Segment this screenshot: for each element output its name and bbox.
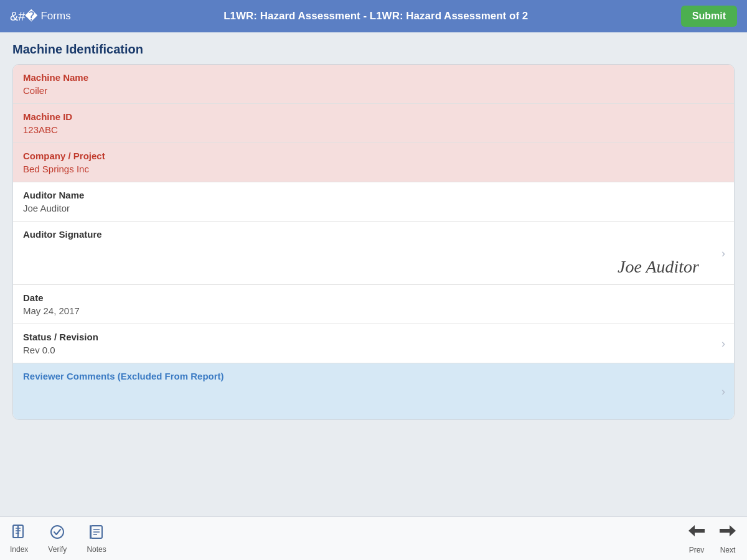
notes-tab-label: Notes bbox=[87, 545, 106, 554]
tab-bar: Index Verify Notes bbox=[0, 516, 747, 560]
next-button[interactable]: Next bbox=[718, 523, 737, 554]
tab-verify[interactable]: Verify bbox=[48, 524, 67, 554]
signature-chevron-right-icon: › bbox=[721, 246, 725, 259]
tab-bar-left: Index Verify Notes bbox=[10, 524, 106, 554]
verify-tab-label: Verify bbox=[48, 545, 67, 554]
page-title: L1WR: Hazard Assessment - L1WR: Hazard A… bbox=[71, 10, 681, 22]
machine-id-value: 123ABC bbox=[23, 124, 724, 135]
prev-arrow-icon bbox=[687, 523, 706, 543]
reviewer-comments-label: Reviewer Comments (Excluded From Report) bbox=[23, 371, 724, 381]
status-revision-value: Rev 0.0 bbox=[23, 345, 724, 355]
svg-marker-13 bbox=[730, 525, 736, 536]
machine-name-value: Coiler bbox=[23, 85, 724, 96]
date-row[interactable]: Date May 24, 2017 bbox=[13, 285, 734, 324]
app-header: &#� Forms L1WR: Hazard Assessment - L1WR… bbox=[0, 0, 747, 32]
auditor-name-label: Auditor Name bbox=[23, 190, 724, 200]
index-tab-label: Index bbox=[10, 545, 28, 554]
chevron-left-icon: &#� bbox=[10, 9, 38, 24]
svg-rect-14 bbox=[720, 529, 730, 533]
signature-text: Joe Auditor bbox=[618, 257, 699, 277]
company-project-row[interactable]: Company / Project Bed Springs Inc bbox=[13, 143, 734, 182]
section-title: Machine Identification bbox=[12, 42, 735, 57]
main-content: Machine Identification Machine Name Coil… bbox=[0, 32, 747, 516]
company-project-label: Company / Project bbox=[23, 151, 724, 161]
status-revision-row[interactable]: Status / Revision Rev 0.0 › bbox=[13, 324, 734, 363]
svg-rect-1 bbox=[13, 525, 18, 538]
auditor-signature-row[interactable]: Auditor Signature Joe Auditor › bbox=[13, 222, 734, 285]
status-chevron-right-icon: › bbox=[721, 337, 725, 350]
company-project-value: Bed Springs Inc bbox=[23, 164, 724, 174]
date-value: May 24, 2017 bbox=[23, 306, 724, 316]
tab-index[interactable]: Index bbox=[10, 524, 28, 554]
machine-id-label: Machine ID bbox=[23, 111, 724, 122]
verify-icon bbox=[49, 524, 65, 543]
next-arrow-icon bbox=[718, 523, 737, 543]
form-card: Machine Name Coiler Machine ID 123ABC Co… bbox=[12, 64, 735, 420]
machine-id-row[interactable]: Machine ID 123ABC bbox=[13, 104, 734, 143]
back-label: Forms bbox=[40, 10, 70, 22]
notes-icon bbox=[88, 524, 105, 543]
tab-bar-right: Prev Next bbox=[687, 523, 737, 554]
auditor-name-row[interactable]: Auditor Name Joe Auditor bbox=[13, 182, 734, 222]
prev-button[interactable]: Prev bbox=[687, 523, 706, 554]
reviewer-comments-row[interactable]: Reviewer Comments (Excluded From Report)… bbox=[13, 363, 734, 419]
machine-name-row[interactable]: Machine Name Coiler bbox=[13, 65, 734, 104]
back-button[interactable]: &#� Forms bbox=[10, 9, 71, 24]
svg-marker-11 bbox=[688, 525, 695, 536]
index-icon bbox=[11, 524, 27, 543]
next-label: Next bbox=[720, 546, 736, 554]
tab-notes[interactable]: Notes bbox=[87, 524, 106, 554]
auditor-signature-label: Auditor Signature bbox=[23, 229, 724, 240]
prev-label: Prev bbox=[689, 546, 705, 554]
svg-rect-12 bbox=[695, 529, 705, 533]
machine-name-label: Machine Name bbox=[23, 72, 724, 83]
date-label: Date bbox=[23, 292, 724, 303]
signature-image-area: Joe Auditor bbox=[23, 245, 724, 277]
reviewer-chevron-right-icon: › bbox=[721, 385, 725, 398]
status-revision-label: Status / Revision bbox=[23, 332, 724, 342]
svg-point-5 bbox=[51, 526, 63, 538]
submit-button[interactable]: Submit bbox=[681, 6, 737, 27]
auditor-name-value: Joe Auditor bbox=[23, 203, 724, 213]
